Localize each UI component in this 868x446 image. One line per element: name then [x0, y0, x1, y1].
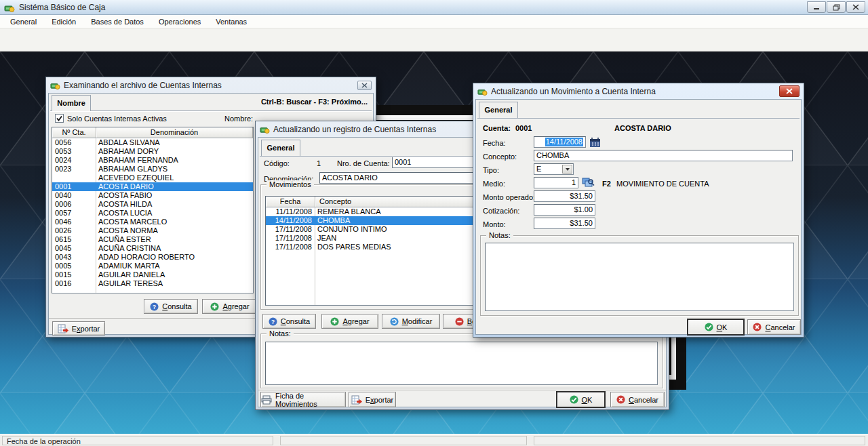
cuenta-row[interactable]: 0005 ADAMIUK MARTA [52, 262, 253, 270]
medio-label: Medio: [483, 180, 505, 188]
button-label: Consulta [281, 317, 310, 325]
restore-button[interactable] [827, 1, 846, 13]
monto-operado-input[interactable]: $31.50 [534, 190, 595, 202]
medio-fkey: F2 [602, 180, 611, 188]
restore-icon [833, 6, 838, 10]
refresh-icon [390, 317, 399, 326]
close-window-button[interactable] [779, 85, 800, 97]
column-header-denominacion[interactable]: Denominación [96, 127, 253, 138]
cancelar-button[interactable]: Cancelar [747, 319, 801, 335]
minimize-button[interactable] [807, 1, 826, 13]
cuenta-row[interactable]: 0045 ACUÑA CRISTINA [52, 244, 253, 253]
consulta-movimiento-button[interactable]: ? Consulta [262, 314, 316, 329]
cell-nro: 0001 [52, 182, 96, 191]
notas-textarea[interactable] [265, 342, 658, 385]
tab-general[interactable]: General [261, 140, 300, 156]
calendar-icon[interactable] [589, 137, 601, 148]
fecha-value: 14/11/2008 [545, 138, 583, 146]
window-title: Actualizando un Movimiento a Cuenta Inte… [491, 87, 656, 96]
button-label: Ficha de Movimientos [275, 392, 345, 408]
cuenta-row[interactable]: 0006 ACOSTA HILDA [52, 200, 253, 209]
tab-nombre[interactable]: Nombre [52, 95, 91, 111]
menu-bar: GeneralEdiciónBases de DatosOperacionesV… [0, 15, 868, 28]
question-icon: ? [269, 317, 277, 326]
search-medio-icon[interactable] [582, 177, 595, 188]
cell-nro: 0043 [52, 253, 96, 262]
fecha-input[interactable]: 14/11/2008 [534, 136, 586, 148]
menu-item[interactable]: Operaciones [151, 16, 208, 28]
cell-denominacion: ACOSTA DARIO [96, 182, 253, 191]
cuenta-row[interactable]: 0024 ABRAHAM FERNANDA [52, 156, 253, 165]
ok-button[interactable]: OK [557, 392, 605, 407]
cuenta-row[interactable]: 0001 ACOSTA DARIO [52, 182, 253, 191]
x-circle-icon [616, 395, 625, 404]
close-icon [786, 88, 793, 94]
cuenta-row[interactable]: 0023 ABRAHAM GLADYS [52, 165, 253, 174]
cell-denominacion: ADAMIUK MARTA [96, 262, 253, 270]
ficha-movimientos-button[interactable]: Ficha de Movimientos [260, 392, 346, 407]
button-label: OK [582, 396, 593, 404]
monto-input[interactable]: $31.50 [534, 218, 595, 229]
cell-denominacion: AGUILAR DANIELA [96, 270, 253, 279]
plus-icon [330, 317, 339, 326]
window-titlebar[interactable]: Examinando el archivo de Cuentas Interna… [47, 77, 375, 93]
button-label: Modificar [402, 317, 433, 325]
cell-denominacion: ACUÑA CRISTINA [96, 244, 253, 253]
column-header-nro[interactable]: Nº Cta. [52, 127, 96, 138]
button-label: Cancelar [629, 396, 658, 404]
cuenta-row[interactable]: 0615 ACUÑA ESTER [52, 235, 253, 244]
cuenta-row[interactable]: 0026 ACOSTA NORMA [52, 226, 253, 235]
svg-text:?: ? [153, 303, 156, 310]
menu-item[interactable]: Ventanas [208, 16, 254, 28]
grid-body: 0056 ABDALA SILVANA 0053 ABRAHAM DORY 00… [52, 138, 253, 293]
cell-nro: 0040 [52, 191, 96, 200]
medio-input[interactable]: 1 [534, 177, 578, 188]
desktop-area: Examinando el archivo de Cuentas Interna… [0, 52, 868, 434]
solo-activas-label: Solo Cuentas Internas Activas [67, 115, 167, 123]
nombre-label: Nombre: [224, 115, 253, 123]
close-window-button[interactable] [357, 81, 372, 90]
cuenta-row[interactable]: 0057 ACOSTA LUCIA [52, 209, 253, 218]
notas-textarea[interactable] [485, 243, 794, 311]
concepto-input[interactable]: CHOMBA [534, 150, 793, 161]
exportar-button[interactable]: Exportar [52, 321, 105, 336]
dropdown-button[interactable] [562, 165, 572, 174]
cell-denominacion: ACEVEDO EZEQUIEL [96, 174, 253, 182]
cuenta-row[interactable]: 0046 ACOSTA MARCELO [52, 218, 253, 226]
tab-general[interactable]: General [479, 102, 518, 118]
codigo-label: Código: [264, 159, 290, 168]
cuenta-row[interactable]: 0056 ABDALA SILVANA [52, 138, 253, 147]
agregar-movimiento-button[interactable]: Agregar [321, 314, 378, 329]
cuentas-grid[interactable]: Nº Cta. Denominación 0056 ABDALA SILVANA [52, 127, 254, 293]
cell-denominacion: AGUILAR TERESA [96, 279, 253, 288]
ok-button[interactable]: OK [688, 319, 744, 335]
menu-item[interactable]: General [3, 16, 44, 28]
cuenta-row[interactable]: 0015 AGUILAR DANIELA [52, 270, 253, 279]
close-icon [361, 83, 368, 88]
exportar-registro-button[interactable]: Exportar [349, 392, 396, 407]
cancelar-button[interactable]: Cancelar [610, 392, 665, 407]
cuenta-row[interactable]: 0043 ADAD HORACIO ROBERTO [52, 253, 253, 262]
status-panel [280, 436, 527, 445]
notas-group: Notas: [260, 333, 663, 388]
cuenta-row[interactable]: 0016 AGUILAR TERESA [52, 279, 253, 288]
menu-item[interactable]: Edición [44, 16, 83, 28]
window-titlebar[interactable]: Actualizando un Movimiento a Cuenta Inte… [474, 83, 803, 99]
modificar-movimiento-button[interactable]: Modificar [382, 314, 440, 329]
solo-activas-checkbox[interactable] [55, 114, 64, 123]
cuenta-row[interactable]: ACEVEDO EZEQUIEL [52, 174, 253, 182]
close-icon [853, 5, 859, 9]
notas-group-label: Notas: [486, 231, 513, 240]
menu-item[interactable]: Bases de Datos [83, 16, 151, 28]
agregar-button[interactable]: Agregar [202, 299, 258, 314]
cell-nro: 0023 [52, 165, 96, 174]
cuenta-row[interactable]: 0053 ABRAHAM DORY [52, 147, 253, 156]
movimientos-group-label: Movimientos [267, 180, 314, 189]
tipo-select[interactable]: E [534, 163, 574, 175]
cell-nro: 0045 [52, 244, 96, 253]
close-button[interactable] [846, 1, 865, 13]
cuenta-row[interactable]: 0040 ACOSTA FABIO [52, 191, 253, 200]
cotizacion-input[interactable]: $1.00 [534, 204, 595, 216]
column-header-fecha[interactable]: Fecha [266, 197, 315, 207]
consulta-button[interactable]: ? Consulta [144, 299, 198, 314]
